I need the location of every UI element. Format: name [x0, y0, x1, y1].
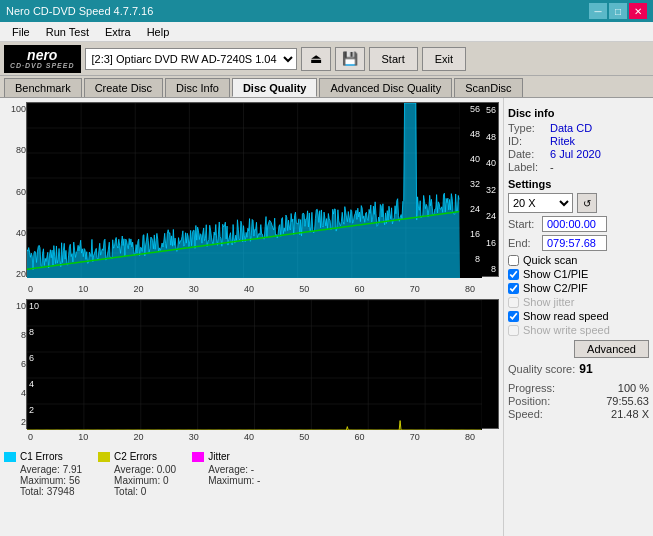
advanced-button[interactable]: Advanced: [574, 340, 649, 358]
menubar: File Run Test Extra Help: [0, 22, 653, 42]
close-button[interactable]: ✕: [629, 3, 647, 19]
c1pie-label: Show C1/PIE: [523, 268, 588, 280]
upper-y-32: 32: [476, 185, 498, 195]
c2-total-value: 0: [141, 486, 147, 497]
progress-section: Progress: 100 % Position: 79:55.63 Speed…: [508, 382, 649, 420]
upper-x-20: 20: [133, 284, 143, 294]
upper-x-10: 10: [78, 284, 88, 294]
right-panel: Disc info Type: Data CD ID: Ritek Date: …: [503, 98, 653, 536]
lower-x-80: 80: [465, 432, 475, 442]
c1-label: C1 Errors: [20, 451, 63, 462]
chart-area: 100 80 60 40 20 56 48 40 32 24 16 8: [0, 98, 503, 536]
upper-y-24: 24: [476, 211, 498, 221]
jitter-avg-value: -: [251, 464, 254, 475]
write-speed-checkbox[interactable]: [508, 325, 519, 336]
jitter-avg-label: Average:: [208, 464, 248, 475]
chart-legend: C1 Errors Average: 7.91 Maximum: 56 Tota…: [4, 447, 499, 501]
end-time-label: End:: [508, 237, 538, 249]
disc-info-title: Disc info: [508, 107, 649, 119]
maximize-button[interactable]: □: [609, 3, 627, 19]
menu-runtest[interactable]: Run Test: [38, 24, 97, 40]
jitter-swatch: [192, 452, 204, 462]
c1-max-label: Maximum:: [20, 475, 66, 486]
upper-x-30: 30: [189, 284, 199, 294]
c1-total-label: Total:: [20, 486, 44, 497]
eject-button[interactable]: ⏏: [301, 47, 331, 71]
jitter-show-label: Show jitter: [523, 296, 574, 308]
read-speed-checkbox[interactable]: [508, 311, 519, 322]
c2-max-value: 0: [163, 475, 169, 486]
quick-scan-row: Quick scan: [508, 254, 649, 266]
legend-c1: C1 Errors Average: 7.91 Maximum: 56 Tota…: [4, 451, 82, 497]
tab-benchmark[interactable]: Benchmark: [4, 78, 82, 97]
jitter-max-value: -: [257, 475, 260, 486]
quick-scan-checkbox[interactable]: [508, 255, 519, 266]
lower-left-y-label-1: 8: [4, 330, 26, 340]
menu-file[interactable]: File: [4, 24, 38, 40]
lower-x-50: 50: [299, 432, 309, 442]
exit-button[interactable]: Exit: [422, 47, 466, 71]
c2pif-row: Show C2/PIF: [508, 282, 649, 294]
lower-x-20: 20: [133, 432, 143, 442]
upper-x-0: 0: [28, 284, 33, 294]
tab-disc-quality[interactable]: Disc Quality: [232, 78, 318, 97]
menu-extra[interactable]: Extra: [97, 24, 139, 40]
jitter-row: Show jitter: [508, 296, 649, 308]
c1-avg-value: 7.91: [63, 464, 82, 475]
lower-x-0: 0: [28, 432, 33, 442]
menu-help[interactable]: Help: [139, 24, 178, 40]
legend-jitter: Jitter Average: - Maximum: -: [192, 451, 260, 497]
tab-create-disc[interactable]: Create Disc: [84, 78, 163, 97]
speed-value: 21.48 X: [611, 408, 649, 420]
tab-advanced-disc-quality[interactable]: Advanced Disc Quality: [319, 78, 452, 97]
tab-bar: Benchmark Create Disc Disc Info Disc Qua…: [0, 76, 653, 98]
disc-label-value: -: [550, 161, 554, 173]
quick-scan-label: Quick scan: [523, 254, 577, 266]
c2-max-label: Maximum:: [114, 475, 160, 486]
start-time-label: Start:: [508, 218, 538, 230]
c2-total-label: Total:: [114, 486, 138, 497]
upper-left-y-label-1: 80: [4, 145, 26, 155]
id-label: ID:: [508, 135, 546, 147]
start-button[interactable]: Start: [369, 47, 418, 71]
lower-x-10: 10: [78, 432, 88, 442]
tab-disc-info[interactable]: Disc Info: [165, 78, 230, 97]
jitter-max-label: Maximum:: [208, 475, 254, 486]
c1-avg-label: Average:: [20, 464, 60, 475]
speed-select[interactable]: 20 X: [508, 193, 573, 213]
type-value: Data CD: [550, 122, 592, 134]
lower-x-60: 60: [354, 432, 364, 442]
quality-score-value: 91: [579, 362, 592, 376]
upper-y-40: 40: [476, 158, 498, 168]
upper-x-50: 50: [299, 284, 309, 294]
read-speed-row: Show read speed: [508, 310, 649, 322]
lower-left-y-label-4: 2: [4, 417, 26, 427]
toolbar: nero CD·DVD SPEED [2:3] Optiarc DVD RW A…: [0, 42, 653, 76]
position-label: Position:: [508, 395, 550, 407]
upper-y-56: 56: [476, 105, 498, 115]
upper-x-70: 70: [410, 284, 420, 294]
date-value: 6 Jul 2020: [550, 148, 601, 160]
save-button[interactable]: 💾: [335, 47, 365, 71]
read-speed-label: Show read speed: [523, 310, 609, 322]
end-time-value: 079:57.68: [542, 235, 607, 251]
c2pif-checkbox[interactable]: [508, 283, 519, 294]
legend-c2: C2 Errors Average: 0.00 Maximum: 0 Total…: [98, 451, 176, 497]
tab-scandisc[interactable]: ScanDisc: [454, 78, 522, 97]
c2pif-label: Show C2/PIF: [523, 282, 588, 294]
upper-y-16: 16: [476, 238, 498, 248]
logo-nero: nero: [27, 48, 57, 62]
lower-x-30: 30: [189, 432, 199, 442]
jitter-checkbox[interactable]: [508, 297, 519, 308]
date-label: Date:: [508, 148, 546, 160]
refresh-button[interactable]: ↺: [577, 193, 597, 213]
c1pie-checkbox[interactable]: [508, 269, 519, 280]
app-title: Nero CD-DVD Speed 4.7.7.16: [6, 5, 153, 17]
progress-label: Progress:: [508, 382, 555, 394]
drive-select[interactable]: [2:3] Optiarc DVD RW AD-7240S 1.04: [85, 48, 297, 70]
c2-avg-label: Average:: [114, 464, 154, 475]
lower-x-40: 40: [244, 432, 254, 442]
start-time-value: 000:00.00: [542, 216, 607, 232]
upper-y-48: 48: [476, 132, 498, 142]
minimize-button[interactable]: ─: [589, 3, 607, 19]
